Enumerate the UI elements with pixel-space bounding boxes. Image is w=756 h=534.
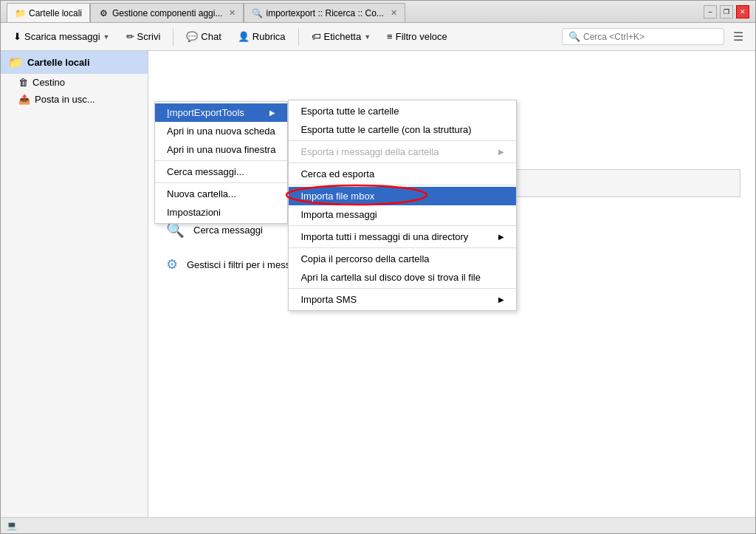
menu-item-export-folder-messages: Esporta i messaggi della cartella ▶ [289, 143, 516, 161]
sidebar-item-outbox[interactable]: 📤 Posta in usc... [1, 91, 148, 108]
submenu-arrow-icon4: ▶ [492, 295, 504, 304]
menu-separator2 [155, 182, 287, 183]
filter-button[interactable]: ≡ Filtro veloce [380, 27, 454, 46]
outbox-icon: 📤 [18, 94, 30, 105]
sidebar-item-label: Cestino [32, 77, 65, 88]
tab-label: Cartelle locali [29, 8, 82, 18]
menu-separator [155, 160, 287, 161]
toolbar-separator2 [298, 28, 299, 46]
window-controls: – ❐ ✕ [704, 5, 749, 18]
menu-item-label: Cerca ed esporta [300, 168, 374, 179]
sidebar-header-label: Cartelle locali [27, 57, 90, 68]
trash-icon: 🗑 [18, 77, 28, 88]
tag-button[interactable]: 🏷 Etichetta ▼ [305, 27, 378, 46]
main-content: Caratteristiche avanzate 🔍 Cerca messagg… [148, 51, 755, 517]
tab-bar: 📁 Cartelle locali ⚙ Gestione componenti … [7, 1, 704, 22]
menu-item-import-mbox[interactable]: Importa file mbox [289, 187, 516, 205]
download-button[interactable]: ⬇ Scarica messaggi ▼ [7, 27, 117, 46]
menu-item-label: Apri la cartella sul disco dove si trova… [300, 272, 481, 283]
import-mbox-wrapper: Importa file mbox [289, 187, 516, 205]
menu-item-label: ImportExportTools [167, 107, 244, 118]
menu-item-import-sms[interactable]: Importa SMS ▶ [289, 290, 516, 309]
tab-importexport[interactable]: 🔍 importexport :: Ricerca :: Co... ✕ [244, 3, 405, 22]
filter-label: Filtro veloce [396, 31, 447, 42]
menu-separator3 [289, 140, 516, 141]
write-label: Scrivi [137, 31, 161, 42]
menu-item-export-all-structure[interactable]: Esporta tutte le cartelle (con la strutt… [289, 120, 516, 139]
menu-item-new-tab[interactable]: Apri in una nuova scheda [155, 122, 287, 140]
folder-icon: 📁 [8, 55, 23, 69]
feature-search-label: Cerca messaggi [193, 225, 263, 236]
context-menu-level2: Esporta tutte le cartelle Esporta tutte … [288, 100, 517, 311]
sidebar-header[interactable]: 📁 Cartelle locali [1, 51, 148, 74]
search-box[interactable]: 🔍 [562, 28, 724, 45]
write-button[interactable]: ✏ Scrivi [120, 27, 168, 46]
sidebar: 📁 Cartelle locali 🗑 Cestino 📤 Posta in u… [1, 51, 148, 517]
search-input[interactable] [583, 32, 718, 42]
tab-close-icon[interactable]: ✕ [391, 8, 397, 18]
menu-button[interactable]: ☰ [727, 27, 749, 47]
menu-item-settings[interactable]: Impostazioni [155, 203, 287, 222]
chat-button[interactable]: 💬 Chat [179, 27, 227, 46]
menu-separator4 [289, 162, 516, 163]
tab-cartelle-locali[interactable]: 📁 Cartelle locali [7, 3, 90, 22]
menu-item-label: Copia il percorso della cartella [300, 253, 429, 264]
menu-item-new-window[interactable]: Apri in una nuova finestra [155, 140, 287, 159]
tab-label: Gestione componenti aggi... [112, 8, 222, 18]
menu-item-import-messages[interactable]: Importa messaggi [289, 205, 516, 224]
menu-item-label: Cerca messaggi... [167, 166, 244, 177]
restore-button[interactable]: ❐ [720, 5, 733, 18]
menu-item-search-messages[interactable]: Cerca messaggi... [155, 162, 287, 181]
tag-dropdown-icon: ▼ [364, 33, 371, 41]
download-label: Scarica messaggi [24, 31, 100, 42]
filter-feature-icon: ⚙ [166, 256, 178, 273]
main-layout: 📁 Cartelle locali 🗑 Cestino 📤 Posta in u… [1, 51, 755, 517]
search-icon: 🔍 [568, 31, 580, 42]
submenu-arrow-icon2: ▶ [492, 148, 504, 156]
menu-item-label: Apri in una nuova scheda [167, 126, 275, 137]
tag-label: Etichetta [324, 31, 362, 42]
sidebar-item-label: Posta in usc... [35, 94, 95, 105]
write-icon: ✏ [126, 31, 134, 42]
submenu-arrow-icon: ▶ [264, 109, 275, 117]
chat-icon: 💬 [186, 31, 198, 42]
menu-item-open-disk-folder[interactable]: Apri la cartella sul disco dove si trova… [289, 268, 516, 287]
tag-icon: 🏷 [312, 31, 321, 42]
menu-item-label: Esporta tutte le cartelle (con la strutt… [300, 124, 471, 135]
main-toolbar: ⬇ Scarica messaggi ▼ ✏ Scrivi 💬 Chat 👤 R… [1, 23, 755, 51]
menu-item-label: Esporta tutte le cartelle [300, 106, 399, 117]
chat-label: Chat [201, 31, 221, 42]
menu-item-label: Importa SMS [300, 294, 357, 305]
tab-search-icon: 🔍 [252, 8, 262, 18]
menu-item-copy-path[interactable]: Copia il percorso della cartella [289, 250, 516, 268]
menu-item-label: Nuova cartella... [167, 188, 236, 199]
minimize-button[interactable]: – [704, 5, 717, 18]
main-window: 📁 Cartelle locali ⚙ Gestione componenti … [0, 0, 756, 534]
menu-item-label: Impostazioni [167, 207, 221, 218]
menu-item-search-export[interactable]: Cerca ed esporta [289, 165, 516, 183]
menu-item-export-all[interactable]: Esporta tutte le cartelle [289, 102, 516, 120]
address-label: Rubrica [252, 31, 286, 42]
tab-gestione[interactable]: ⚙ Gestione componenti aggi... ✕ [90, 3, 244, 22]
download-icon: ⬇ [13, 31, 21, 42]
menu-separator8 [289, 288, 516, 289]
menu-item-label: Importa file mbox [300, 191, 374, 202]
submenu-arrow-icon3: ▶ [492, 233, 504, 241]
title-bar: 📁 Cartelle locali ⚙ Gestione componenti … [1, 1, 755, 23]
menu-separator6 [289, 225, 516, 226]
status-bar: 💻 [1, 517, 755, 533]
menu-item-new-folder[interactable]: Nuova cartella... [155, 185, 287, 203]
menu-item-label: Importa tutti i messaggi di una director… [300, 231, 468, 242]
tab-folder-icon: 📁 [15, 8, 25, 18]
toolbar-separator [173, 28, 173, 46]
sidebar-item-cestino[interactable]: 🗑 Cestino [1, 74, 148, 91]
menu-item-importexporttools[interactable]: ImportExportTools ▶ [155, 103, 287, 122]
close-button[interactable]: ✕ [736, 5, 749, 18]
tab-close-icon[interactable]: ✕ [229, 8, 236, 18]
address-icon: 👤 [238, 31, 250, 42]
context-menu-container: ImportExportTools ▶ Apri in una nuova sc… [154, 101, 288, 224]
menu-item-import-all-dir[interactable]: Importa tutti i messaggi di una director… [289, 227, 516, 246]
menu-item-label: Esporta i messaggi della cartella [300, 146, 439, 157]
address-button[interactable]: 👤 Rubrica [231, 27, 292, 46]
status-icon: 💻 [7, 521, 17, 530]
